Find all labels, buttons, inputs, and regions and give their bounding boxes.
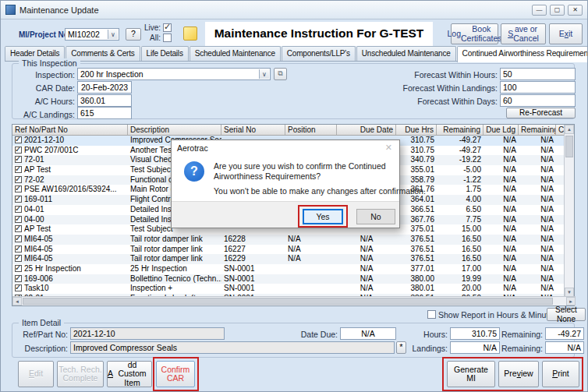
cell-due_ldg: N/A: [484, 185, 519, 195]
row-checkbox[interactable]: [15, 216, 22, 223]
horizontal-scroll-thumb[interactable]: [23, 298, 553, 305]
no-button[interactable]: No: [356, 209, 395, 224]
minimize-icon[interactable]: —: [532, 5, 547, 16]
row-checkbox[interactable]: [15, 166, 22, 173]
table-row[interactable]: Task10Inspection +SN-0001N/A380.0120.00N…: [12, 284, 565, 294]
window-titlebar[interactable]: Maintenance Update — ▢ ✕: [1, 1, 587, 19]
cell-rem_ldg: N/A: [519, 254, 556, 264]
close-icon[interactable]: ✕: [568, 5, 583, 16]
row-checkbox[interactable]: [15, 196, 22, 203]
row-checkbox[interactable]: [15, 136, 22, 143]
column-header-due_date[interactable]: Due Date: [337, 125, 396, 135]
add-custom-item-button[interactable]: Add CustomItem: [107, 361, 152, 387]
live-label: Live:: [142, 23, 161, 32]
cell-rem_hrs: -1.22: [437, 175, 484, 185]
vertical-scroll-thumb[interactable]: [565, 136, 573, 157]
re-forecast-button[interactable]: Re-Forecast: [506, 108, 576, 118]
forecast-days-field[interactable]: 60: [500, 94, 576, 107]
scroll-left-icon[interactable]: ◄: [12, 297, 22, 305]
scroll-up-icon[interactable]: ▲: [565, 125, 574, 134]
cell-rem_ldg: N/A: [519, 205, 556, 215]
tech-rech-complete-button: Tech. Rech.Complete: [57, 361, 104, 387]
row-checkbox[interactable]: [15, 185, 22, 192]
column-header-due_hrs[interactable]: Due Hrs: [396, 125, 437, 135]
tab-continued-airworthiness[interactable]: Continued Airworthiness Requirements: [457, 46, 588, 62]
cell-pos: N/A: [285, 254, 337, 264]
row-checkbox[interactable]: [15, 255, 22, 262]
ac-hours-field[interactable]: 360.01: [77, 94, 132, 107]
date-due-field[interactable]: N/A: [340, 327, 396, 340]
project-no-combobox[interactable]: MI10202 ∨: [65, 28, 119, 41]
chevron-down-icon[interactable]: ∨: [108, 30, 118, 39]
row-checkbox[interactable]: [15, 275, 22, 282]
row-checkbox[interactable]: [15, 225, 22, 232]
cell-due_ldg: N/A: [484, 215, 519, 225]
column-header-ref[interactable]: Ref No/Part No: [12, 125, 128, 135]
cell-serial: 16229: [221, 254, 285, 264]
help-button[interactable]: ?: [126, 28, 141, 41]
cell-due_hrs: 380.01: [396, 284, 437, 294]
chevron-down-icon[interactable]: ∨: [259, 69, 269, 79]
notes-icon[interactable]: [183, 26, 197, 41]
ac-landings-field[interactable]: 615: [77, 107, 132, 119]
horizontal-scrollbar[interactable]: ◄ ►: [12, 296, 576, 305]
save-or-cancel-button[interactable]: Save orCancel: [501, 23, 546, 44]
cell-due_ldg: N/A: [484, 165, 519, 175]
forecast-landings-field[interactable]: 100: [500, 81, 576, 94]
cell-pos: [285, 284, 337, 294]
description-label: Description:: [16, 344, 68, 353]
remaining-hours-field[interactable]: -49.27: [545, 327, 584, 340]
tab-scheduled-maintenance[interactable]: Scheduled Maintenance: [190, 46, 281, 61]
column-header-due_ldg[interactable]: Due Ldg: [484, 125, 519, 135]
row-checkbox[interactable]: [15, 265, 22, 272]
cell-rem_hrs: 16.50: [437, 245, 484, 255]
row-checkbox[interactable]: [15, 245, 22, 253]
cell-due_date: N/A: [337, 235, 396, 245]
cell-due_date: N/A: [337, 274, 396, 284]
cell-serial: 16227: [221, 245, 285, 255]
cell-pos: [285, 264, 337, 274]
cell-due_ldg: N/A: [484, 175, 519, 185]
inspection-combobox[interactable]: 200 hr Inspection ∨: [77, 68, 271, 80]
dialog-title: Aerotrac: [177, 143, 208, 153]
description-expand-button[interactable]: *: [396, 341, 406, 354]
hours-minutes-checkbox[interactable]: [427, 310, 436, 319]
hours-field[interactable]: 310.75: [450, 327, 500, 340]
column-header-desc[interactable]: Description: [128, 125, 221, 135]
dialog-close-icon[interactable]: ✕: [385, 143, 392, 153]
vertical-scrollbar[interactable]: ▲ ▼: [564, 125, 574, 297]
row-checkbox[interactable]: [15, 206, 22, 213]
column-header-rem_ldg[interactable]: Remaining: [519, 125, 556, 135]
column-header-serial[interactable]: Serial No: [221, 125, 285, 135]
row-checkbox[interactable]: [15, 235, 22, 242]
live-checkbox[interactable]: [163, 23, 172, 32]
table-row[interactable]: 25 Hr Inspection25 Hr InspectionSN-0001N…: [12, 264, 565, 274]
car-date-field[interactable]: 20-Feb-2023: [77, 81, 132, 94]
forecast-hours-field[interactable]: 50: [500, 68, 576, 80]
scroll-right-icon[interactable]: ►: [566, 297, 576, 305]
table-row[interactable]: MI64-05Tail rotor damper link16227N/AN/A…: [12, 245, 565, 255]
restore-icon[interactable]: ▢: [550, 5, 565, 16]
cell-desc: Bollettino Tecnico (Techn...: [128, 274, 221, 284]
table-row[interactable]: 169-006Bollettino Tecnico (Techn...SN-00…: [12, 274, 565, 284]
row-checkbox[interactable]: [15, 147, 22, 154]
column-header-rem_hrs[interactable]: Remaining: [437, 125, 484, 135]
tab-unscheduled-maintenance[interactable]: Unscheduled Maintenance: [356, 46, 456, 61]
column-header-pos[interactable]: Position: [285, 125, 337, 135]
table-row[interactable]: MI64-05Tail rotor damper link16228N/AN/A…: [12, 235, 565, 245]
log-book-certificates-button[interactable]: Log BookCertificates: [451, 23, 498, 44]
tab-life-details[interactable]: Life Details: [141, 46, 189, 61]
tab-components-llps[interactable]: Components/LLP's: [282, 46, 356, 61]
select-none-button[interactable]: Select None: [547, 308, 586, 321]
remaining-landings-field[interactable]: N/A: [545, 341, 584, 354]
cell-serial: SN-0001: [221, 264, 285, 274]
table-row[interactable]: MI64-05Tail rotor damper link16229N/AN/A…: [12, 254, 565, 264]
row-checkbox[interactable]: [15, 284, 22, 291]
cell-ref: 2021-12-10: [12, 136, 128, 146]
exit-button[interactable]: Exit: [549, 23, 583, 44]
landings-field[interactable]: N/A: [450, 341, 500, 354]
inspection-lookup-icon[interactable]: ⧉: [274, 68, 287, 80]
row-checkbox[interactable]: [15, 156, 22, 163]
row-checkbox[interactable]: [15, 176, 22, 183]
all-checkbox[interactable]: [163, 34, 172, 42]
